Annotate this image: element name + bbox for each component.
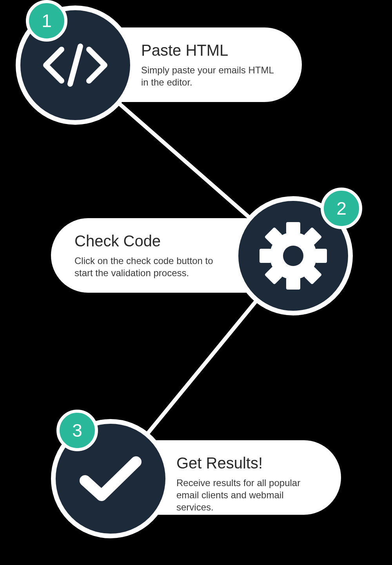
step-2-title: Check Code: [74, 232, 216, 250]
step-1-badge: 1: [26, 0, 67, 42]
step-3-title: Get Results!: [176, 454, 318, 472]
step-3-number: 3: [72, 420, 82, 441]
step-3-desc: Receive results for all popular email cl…: [176, 477, 318, 514]
step-1-desc: Simply paste your emails HTML in the edi…: [141, 64, 278, 88]
code-icon: [38, 42, 113, 89]
check-icon: [77, 453, 144, 504]
svg-rect-3: [260, 249, 271, 263]
step-3-badge: 3: [56, 410, 98, 451]
step-1-number: 1: [42, 10, 52, 31]
svg-line-0: [70, 46, 80, 84]
step-1-title: Paste HTML: [141, 42, 278, 59]
step-2-badge: 2: [321, 188, 362, 229]
step-2-number: 2: [336, 198, 347, 219]
svg-point-10: [283, 246, 303, 266]
gear-icon: [258, 221, 328, 291]
svg-rect-2: [286, 278, 300, 290]
svg-rect-1: [286, 222, 300, 234]
svg-rect-4: [315, 249, 327, 263]
process-diagram: Paste HTML Simply paste your emails HTML…: [0, 0, 392, 565]
step-2-desc: Click on the check code button to start …: [74, 255, 216, 279]
